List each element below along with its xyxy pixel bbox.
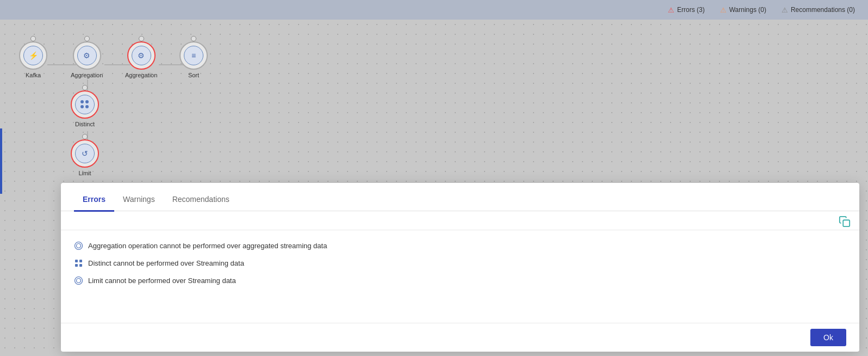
agg1-port xyxy=(84,36,90,41)
errors-label: Errors (3) xyxy=(677,6,705,14)
svg-point-13 xyxy=(76,278,80,283)
svg-rect-5 xyxy=(843,220,850,226)
tab-recommendations[interactable]: Recomendations xyxy=(164,195,238,212)
sort-icon: ≡ xyxy=(191,51,196,60)
sort-label: Sort xyxy=(188,72,199,78)
error-icon-limit xyxy=(74,276,83,285)
left-accent-bar xyxy=(0,128,2,194)
agg1-icon: ⚙ xyxy=(83,51,90,60)
agg2-icon: ⚙ xyxy=(138,51,145,60)
limit-port xyxy=(82,134,88,139)
node-limit[interactable]: ↺ Limit xyxy=(71,137,99,176)
sort-port xyxy=(191,36,196,41)
recommendations-indicator: ⚠ Recommendations (0) xyxy=(782,6,855,14)
node-sort[interactable]: ≡ Sort xyxy=(179,39,208,78)
svg-rect-9 xyxy=(79,260,82,262)
svg-rect-10 xyxy=(75,264,78,267)
kafka-label: Kafka xyxy=(26,72,41,78)
svg-point-12 xyxy=(75,277,82,284)
distinct-port xyxy=(82,85,88,90)
kafka-port xyxy=(30,36,36,41)
distinct-circle xyxy=(71,90,99,119)
sort-inner: ≡ xyxy=(184,46,203,65)
error-item-3: Limit cannot be performed over Streaming… xyxy=(74,272,846,289)
modal-toolbar xyxy=(61,211,859,230)
node-distinct[interactable]: Distinct xyxy=(71,88,99,127)
distinct-inner xyxy=(75,95,95,114)
node-agg1[interactable]: ⚙ Aggregation xyxy=(71,39,103,78)
svg-rect-11 xyxy=(79,264,82,267)
error-list: Aggregation operation cannot be performe… xyxy=(61,230,859,323)
modal-footer: Ok xyxy=(61,323,859,352)
agg2-label: Aggregation xyxy=(125,72,157,78)
ok-button[interactable]: Ok xyxy=(810,329,846,346)
agg1-inner: ⚙ xyxy=(77,46,97,65)
svg-rect-8 xyxy=(75,260,78,262)
kafka-circle: ⚡ xyxy=(19,41,47,70)
node-kafka[interactable]: ⚡ Kafka xyxy=(19,39,47,78)
error-message-1: Aggregation operation cannot be performe… xyxy=(88,242,327,250)
limit-circle: ↺ xyxy=(71,139,99,168)
limit-icon: ↺ xyxy=(82,149,88,158)
warnings-icon: ⚠ xyxy=(720,6,727,14)
error-message-2: Distinct cannot be performed over Stream… xyxy=(88,259,244,267)
agg1-circle: ⚙ xyxy=(73,41,101,70)
limit-label: Limit xyxy=(78,170,91,176)
pipeline-canvas: ⚡ Kafka ⚙ Aggregation ⚙ Aggregation ≡ xyxy=(0,20,868,356)
svg-point-7 xyxy=(76,243,80,248)
node-agg2[interactable]: ⚙ Aggregation xyxy=(125,39,157,78)
recommendations-icon: ⚠ xyxy=(782,6,788,14)
agg2-circle: ⚙ xyxy=(127,41,156,70)
kafka-inner: ⚡ xyxy=(23,46,43,65)
pipeline-connectors xyxy=(0,20,326,205)
sort-circle: ≡ xyxy=(179,41,208,70)
svg-point-6 xyxy=(75,242,82,249)
error-icon-agg xyxy=(74,241,83,250)
error-item-2: Distinct cannot be performed over Stream… xyxy=(74,254,846,272)
agg2-port xyxy=(139,36,144,41)
kafka-icon: ⚡ xyxy=(29,51,38,60)
errors-icon: ⚠ xyxy=(668,6,674,14)
limit-inner: ↺ xyxy=(75,144,95,163)
copy-icon[interactable] xyxy=(839,216,851,228)
agg2-inner: ⚙ xyxy=(132,46,151,65)
errors-indicator: ⚠ Errors (3) xyxy=(668,6,705,14)
modal-tabs: Errors Warnings Recomendations xyxy=(61,183,859,211)
error-icon-distinct xyxy=(74,259,83,267)
modal-panel: Errors Warnings Recomendations Aggregati… xyxy=(61,183,859,352)
warnings-label: Warnings (0) xyxy=(729,6,766,14)
tab-warnings[interactable]: Warnings xyxy=(114,195,164,212)
distinct-icon xyxy=(80,100,89,109)
warnings-indicator: ⚠ Warnings (0) xyxy=(720,6,766,14)
distinct-label: Distinct xyxy=(75,121,95,127)
error-message-3: Limit cannot be performed over Streaming… xyxy=(88,277,236,285)
agg1-label: Aggregation xyxy=(71,72,103,78)
tab-errors[interactable]: Errors xyxy=(74,195,114,212)
error-item-1: Aggregation operation cannot be performe… xyxy=(74,237,846,254)
recommendations-label: Recommendations (0) xyxy=(791,6,855,14)
top-bar: ⚠ Errors (3) ⚠ Warnings (0) ⚠ Recommenda… xyxy=(0,0,868,20)
